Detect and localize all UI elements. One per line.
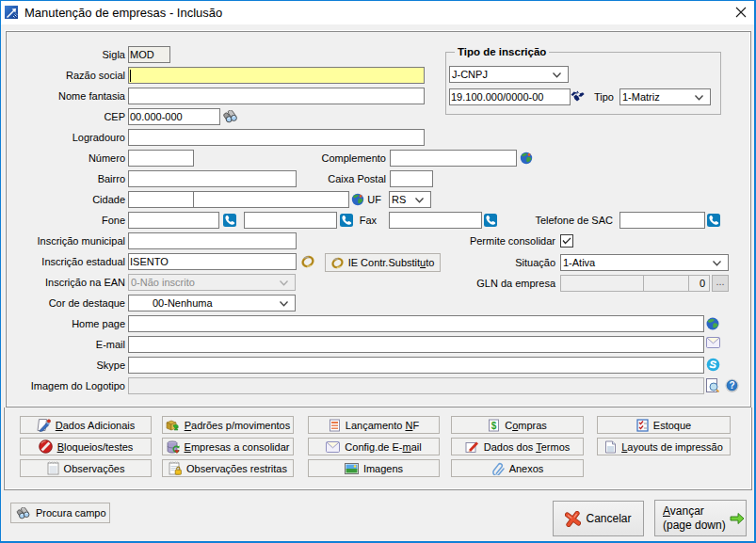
svg-text:$: $: [491, 421, 497, 431]
svg-text:?: ?: [729, 380, 734, 391]
